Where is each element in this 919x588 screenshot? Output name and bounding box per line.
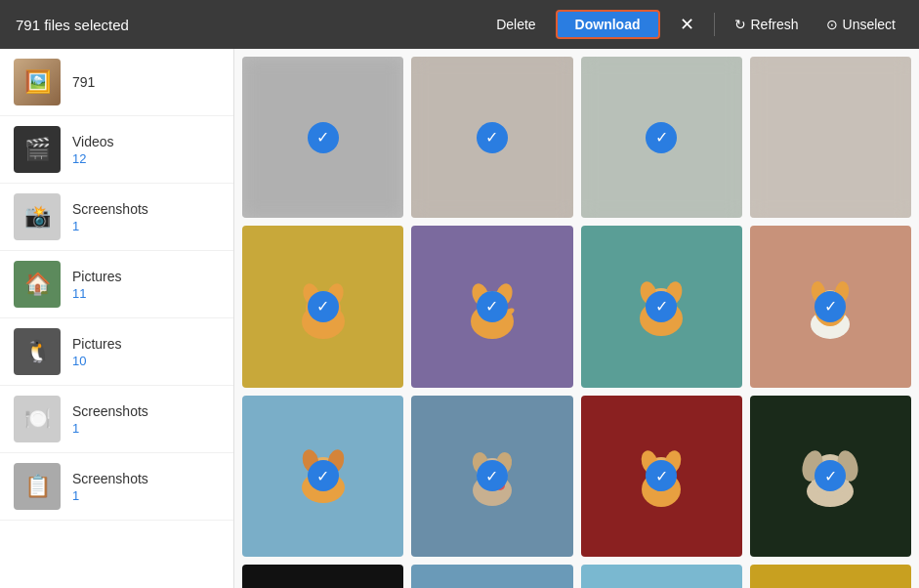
sidebar-item-all[interactable]: 🖼️ 791: [0, 49, 233, 116]
sidebar: 🖼️ 791 🎬 Videos 12 📸 Screenshots 1 🏠 Pic…: [0, 49, 234, 588]
check-icon-12: ✓: [815, 460, 846, 491]
sidebar-count-5: 10: [72, 354, 122, 368]
check-icon-5: ✓: [308, 291, 339, 322]
image-cell-9[interactable]: ✓: [242, 396, 403, 557]
sidebar-thumb-1: 🖼️: [14, 59, 61, 105]
check-icon-2: ✓: [477, 122, 508, 153]
sidebar-count-7: 1: [72, 488, 148, 503]
image-cell-13[interactable]: ✓: [242, 565, 403, 588]
unselect-button[interactable]: ⊙ Unselect: [818, 13, 903, 36]
top-bar-actions: Delete Download ✕ ↻ Refresh ⊙ Unselect: [488, 10, 903, 39]
unselect-icon: ⊙: [826, 17, 838, 32]
image-cell-2[interactable]: ✓: [411, 57, 572, 218]
sidebar-name-6: Screenshots: [72, 403, 148, 419]
main-layout: 🖼️ 791 🎬 Videos 12 📸 Screenshots 1 🏠 Pic…: [0, 49, 919, 588]
image-cell-14[interactable]: ✓: [411, 565, 572, 588]
image-cell-5[interactable]: ✓: [242, 226, 403, 387]
sidebar-count-6: 1: [72, 421, 148, 436]
sidebar-item-pictures-2[interactable]: 🐧 Pictures 10: [0, 318, 233, 386]
sidebar-name-3: Screenshots: [72, 201, 148, 217]
check-icon-6: ✓: [477, 291, 508, 322]
top-bar: 791 files selected Delete Download ✕ ↻ R…: [0, 0, 919, 49]
sidebar-thumb-2: 🎬: [14, 126, 61, 173]
image-cell-11[interactable]: ✓: [581, 396, 742, 557]
image-cell-6[interactable]: ✓: [411, 226, 572, 387]
sidebar-item-videos[interactable]: 🎬 Videos 12: [0, 116, 233, 184]
sidebar-thumb-5: 🐧: [14, 328, 61, 375]
download-button[interactable]: Download: [556, 10, 660, 39]
delete-button[interactable]: Delete: [488, 13, 543, 36]
sidebar-count-2: 12: [72, 151, 114, 166]
selection-count: 791 files selected: [16, 17, 473, 33]
image-cell-10[interactable]: ✓: [411, 396, 572, 557]
sidebar-name-4: Pictures: [72, 269, 122, 284]
sidebar-thumb-3: 📸: [14, 193, 61, 240]
sidebar-name-7: Screenshots: [72, 471, 148, 486]
sidebar-item-pictures-1[interactable]: 🏠 Pictures 11: [0, 251, 233, 318]
check-icon-10: ✓: [477, 460, 508, 491]
image-cell-15[interactable]: ✓: [581, 565, 742, 588]
image-cell-16[interactable]: 100% FINE GOLD ✓: [750, 565, 911, 588]
image-cell-12[interactable]: ✓: [750, 396, 911, 557]
refresh-icon: ↻: [734, 17, 746, 32]
image-cell-8[interactable]: ✓: [750, 226, 911, 387]
sidebar-name-1: 791: [72, 74, 95, 90]
divider: [714, 13, 715, 36]
sidebar-count-4: 11: [72, 286, 122, 301]
image-cell-1[interactable]: ✓: [242, 57, 403, 218]
refresh-button[interactable]: ↻ Refresh: [727, 13, 807, 36]
image-cell-3[interactable]: ✓: [581, 57, 742, 218]
check-icon-11: ✓: [646, 460, 677, 491]
sidebar-thumb-4: 🏠: [14, 261, 61, 308]
sidebar-item-screenshots-2[interactable]: 🍽️ Screenshots 1: [0, 386, 233, 453]
sidebar-item-screenshots-1[interactable]: 📸 Screenshots 1: [0, 184, 233, 251]
content-area: ✓ ✓ ✓: [234, 49, 919, 588]
image-cell-4[interactable]: [750, 57, 911, 218]
close-button[interactable]: ✕: [672, 10, 702, 39]
sidebar-count-3: 1: [72, 219, 148, 233]
check-icon-8: ✓: [815, 291, 846, 322]
sidebar-thumb-7: 📋: [14, 463, 61, 510]
image-grid: ✓ ✓ ✓: [242, 57, 911, 588]
check-icon-3: ✓: [646, 122, 677, 153]
check-icon-7: ✓: [646, 291, 677, 322]
sidebar-name-5: Pictures: [72, 336, 122, 352]
check-icon-9: ✓: [308, 460, 339, 491]
sidebar-thumb-6: 🍽️: [14, 396, 61, 442]
sidebar-name-2: Videos: [72, 134, 114, 149]
sidebar-item-screenshots-3[interactable]: 📋 Screenshots 1: [0, 453, 233, 521]
check-icon-1: ✓: [308, 122, 339, 153]
image-cell-7[interactable]: ✓: [581, 226, 742, 387]
